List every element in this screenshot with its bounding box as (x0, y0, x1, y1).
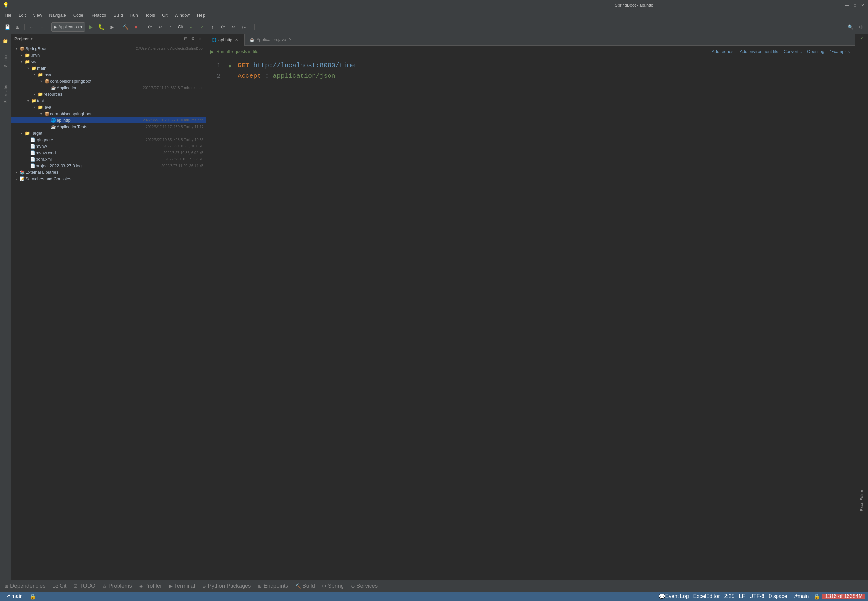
revert-button[interactable]: ↩ (156, 23, 165, 32)
git-history-button[interactable]: ◷ (239, 23, 248, 32)
project-icon[interactable]: 📁 (1, 37, 10, 46)
tab-dependencies[interactable]: ⊞ Dependencies (1, 581, 49, 591)
run-button[interactable]: ▶ (86, 23, 95, 32)
tree-item-gitignore[interactable]: 📄 .gitignore 2022/3/27 10:35, 428 B Toda… (11, 136, 206, 143)
build-button[interactable]: 🔨 (121, 23, 130, 32)
tree-item-project-log[interactable]: 📄 project.2022-03-27.0.log 2022/3/27 11:… (11, 162, 206, 169)
tab-todo[interactable]: ☑ TODO (70, 581, 99, 591)
git-revert2-button[interactable]: ↩ (229, 23, 238, 32)
close-file-tree-button[interactable]: ✕ (197, 36, 203, 42)
add-environment-file-button[interactable]: Add environment file (738, 49, 780, 55)
forward-button[interactable]: → (37, 23, 47, 32)
excel-editor-tab[interactable]: ExcelEditor (858, 487, 865, 514)
tree-item-api-http[interactable]: 🌐 api.http 2022/3/27 11:20, 55 B 10 minu… (11, 117, 206, 123)
run-configuration-dropdown[interactable]: ▶ Application ▾ (52, 23, 85, 32)
tree-item-scratches[interactable]: ▸ 📝 Scratches and Consoles (11, 175, 206, 182)
status-branch[interactable]: ⎇ main (3, 592, 25, 601)
menu-git[interactable]: Git (159, 11, 171, 19)
structure-icon[interactable]: Structure (2, 47, 9, 73)
tab-build[interactable]: 🔨 Build (292, 581, 318, 591)
save-all-button[interactable]: ⊞ (13, 23, 22, 32)
tree-item-java-main[interactable]: ▾ 📁 java (11, 71, 206, 78)
menu-refactor[interactable]: Refactor (87, 11, 110, 19)
tree-item-mvnw[interactable]: 📄 mvnw 2022/3/27 10:35, 10.6 kB (11, 143, 206, 149)
tree-item-main[interactable]: ▾ 📁 main (11, 65, 206, 71)
close-button[interactable]: ✕ (860, 3, 865, 8)
examples-button[interactable]: *Examples (828, 49, 851, 55)
tab-spring[interactable]: ⚙ Spring (319, 581, 347, 591)
convert-button[interactable]: Convert... (782, 49, 803, 55)
status-event-log[interactable]: 💬 Event Log (657, 593, 691, 600)
tree-item-package-main[interactable]: ▾ 📦 com.obiscr.springboot (11, 78, 206, 84)
tree-item-mvn[interactable]: ▸ 📁 .mvn (11, 52, 206, 58)
maximize-button[interactable]: □ (853, 3, 857, 8)
tree-item-resources[interactable]: ▸ 📁 resources (11, 91, 206, 97)
search-button[interactable]: 🔍 (846, 23, 855, 32)
tree-item-target[interactable]: ▸ 📁 Target (11, 130, 206, 136)
status-encoding[interactable]: UTF-8 (747, 593, 766, 599)
coverage-button[interactable]: ◉ (107, 23, 116, 32)
git-update-button[interactable]: ⟳ (219, 23, 228, 32)
status-excel-editor[interactable]: ExcelEditor (692, 593, 722, 599)
status-indent[interactable]: 0 space (767, 593, 789, 599)
tab-git[interactable]: ⎇ Git (49, 581, 70, 591)
tree-item-external-libs[interactable]: ▸ 📚 External Libraries (11, 169, 206, 175)
code-editor[interactable]: 1 ▶ GET http://localhost:8080/time 2 Acc… (206, 58, 855, 580)
collapse-all-button[interactable]: ⊟ (183, 36, 188, 42)
menu-file[interactable]: File (1, 11, 15, 19)
tree-item-springboot[interactable]: ▾ 📦 SpringBoot C:\Users\piercebrands\pro… (11, 45, 206, 52)
menu-navigate[interactable]: Navigate (46, 11, 69, 19)
menu-help[interactable]: Help (194, 11, 209, 19)
bookmarks-icon[interactable]: Bookmarks (2, 81, 9, 107)
menu-run[interactable]: Run (127, 11, 141, 19)
stop-button[interactable]: ■ (131, 23, 141, 32)
menu-edit[interactable]: Edit (15, 11, 29, 19)
git-tick-button[interactable]: ✓ (198, 23, 207, 32)
tab-python-packages[interactable]: ⊕ Python Packages (199, 581, 254, 591)
tab-close-application-java[interactable]: ✕ (288, 37, 293, 42)
settings-button[interactable]: ⚙ (856, 23, 865, 32)
tree-item-application[interactable]: ☕ Application 2022/3/27 11:19, 830 B 7 m… (11, 84, 206, 91)
tab-terminal[interactable]: ▶ Terminal (166, 581, 198, 591)
menu-build[interactable]: Build (110, 11, 126, 19)
tree-item-package-test[interactable]: ▾ 📦 com.obiscr.springboot (11, 110, 206, 117)
tab-api-http[interactable]: 🌐 api.http ✕ (206, 34, 245, 46)
tab-endpoints[interactable]: ⊞ Endpoints (255, 581, 291, 591)
file-tree-title: Project (14, 37, 29, 41)
push-button[interactable]: ↑ (167, 23, 176, 32)
menu-tools[interactable]: Tools (142, 11, 158, 19)
tab-problems[interactable]: ⚠ Problems (99, 581, 135, 591)
tab-close-api-http[interactable]: ✕ (234, 38, 239, 42)
status-warning[interactable]: 1316 of 16384M (822, 593, 865, 599)
debug-button[interactable]: 🐛 (97, 23, 106, 32)
status-cursor-pos[interactable]: 2:25 (722, 593, 736, 599)
git-push2-button[interactable]: ↑ (208, 23, 217, 32)
vcs-button[interactable]: ⟳ (145, 23, 155, 32)
back-button[interactable]: ← (27, 23, 36, 32)
tab-profiler[interactable]: ◈ Profiler (136, 581, 165, 591)
open-log-button[interactable]: Open log (806, 49, 826, 55)
tree-item-pom-xml[interactable]: 📄 pom.xml 2022/3/27 10:57, 2.3 kB (11, 156, 206, 162)
tree-item-src[interactable]: ▾ 📁 src (11, 58, 206, 65)
tree-item-application-tests[interactable]: ☕ ApplicationTests 2022/3/17 11:17, 350 … (11, 123, 206, 130)
add-request-button[interactable]: Add request (711, 49, 736, 55)
save-button[interactable]: 💾 (3, 23, 12, 32)
run-line-1-button[interactable]: ▶ (229, 63, 232, 70)
status-lock[interactable]: 🔒 (28, 592, 38, 601)
status-line-ending[interactable]: LF (737, 593, 747, 599)
minimize-button[interactable]: — (845, 3, 850, 8)
status-branch-right[interactable]: ⎇ main (790, 593, 811, 600)
menu-view[interactable]: View (30, 11, 45, 19)
settings-file-tree-button[interactable]: ⚙ (190, 36, 196, 42)
tree-item-test[interactable]: ▾ 📁 test (11, 97, 206, 104)
menu-window[interactable]: Window (171, 11, 193, 19)
run-all-button[interactable]: Run all requests in file (217, 49, 258, 54)
tree-item-mvnw-cmd[interactable]: 📄 mvnw.cmd 2022/3/27 10:35, 6.92 kB (11, 149, 206, 156)
status-lock-right[interactable]: 🔒 (811, 593, 822, 600)
tab-application-java[interactable]: ☕ Application.java ✕ (245, 34, 298, 46)
git-check-button[interactable]: ✓ (187, 23, 196, 32)
code-line-2: 2 Accept : application/json (206, 71, 855, 81)
tree-item-java-test[interactable]: ▾ 📁 java (11, 104, 206, 110)
tab-services[interactable]: ⊙ Services (348, 581, 381, 591)
menu-code[interactable]: Code (70, 11, 87, 19)
